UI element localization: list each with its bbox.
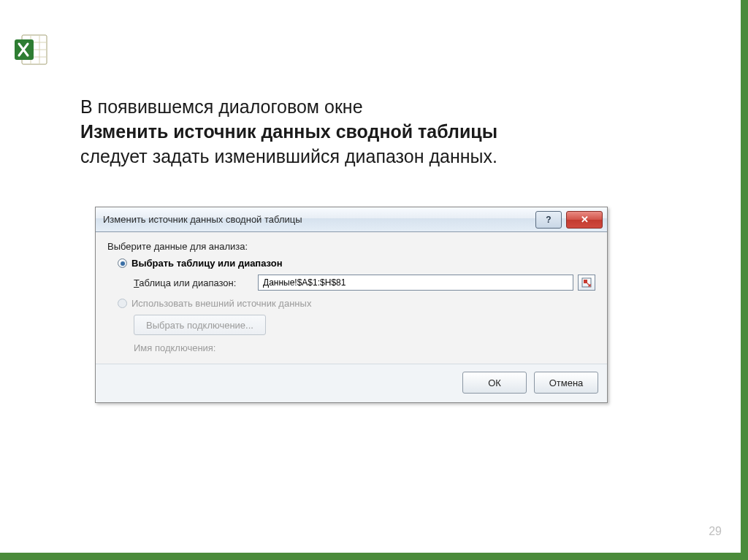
close-icon: ✕: [581, 214, 589, 225]
dialog-footer: ОК Отмена: [96, 364, 607, 402]
dialog-titlebar[interactable]: Изменить источник данных сводной таблицы…: [96, 207, 607, 232]
svg-rect-9: [584, 280, 587, 283]
slide-body-text: В появившемся диалоговом окне Изменить и…: [80, 95, 665, 169]
ok-label: ОК: [488, 377, 501, 388]
radio-external-source: Использовать внешний источник данных: [118, 298, 595, 309]
slide-text-line3: следует задать изменившийся диапазон дан…: [80, 146, 497, 166]
close-button[interactable]: ✕: [566, 211, 603, 229]
range-label-rest: аблица или диапазон:: [139, 277, 236, 288]
choose-connection-button: Выбрать подключение...: [134, 315, 266, 335]
dialog-title: Изменить источник данных сводной таблицы: [103, 214, 534, 225]
choose-connection-label: Выбрать подключение...: [146, 320, 253, 331]
range-field-label: Таблица или диапазон:: [134, 277, 258, 288]
choose-connection-row: Выбрать подключение...: [134, 315, 595, 335]
radio-icon-disabled: [118, 299, 127, 308]
slide-accent-right: [741, 0, 748, 560]
range-selector-icon: [581, 277, 592, 288]
section-label: Выберите данные для анализа:: [107, 241, 595, 252]
range-input[interactable]: [258, 275, 573, 291]
excel-icon: [13, 31, 51, 69]
connection-name-label: Имя подключения:: [134, 342, 595, 353]
slide-text-bold: Изменить источник данных сводной таблицы: [80, 121, 497, 142]
help-button[interactable]: ?: [535, 211, 562, 229]
radio2-label: Использовать внешний источник данных: [131, 298, 311, 309]
help-icon: ?: [546, 215, 551, 225]
dialog-body: Выберите данные для анализа: Выбрать таб…: [96, 232, 607, 364]
range-selector-button[interactable]: [578, 275, 595, 291]
radio-icon: [118, 258, 127, 268]
cancel-button[interactable]: Отмена: [534, 372, 598, 394]
ok-button[interactable]: ОК: [462, 372, 527, 394]
radio1-label: Выбрать таблицу или диапазон: [131, 258, 283, 269]
radio-select-table-range[interactable]: Выбрать таблицу или диапазон: [118, 258, 595, 269]
cancel-label: Отмена: [549, 377, 584, 388]
slide-text-line1: В появившемся диалоговом окне: [80, 96, 363, 117]
range-field-row: Таблица или диапазон:: [134, 275, 595, 291]
page-number: 29: [709, 525, 722, 538]
slide-accent-bottom: [0, 553, 748, 560]
dialog-change-pivot-source: Изменить источник данных сводной таблицы…: [95, 207, 608, 403]
